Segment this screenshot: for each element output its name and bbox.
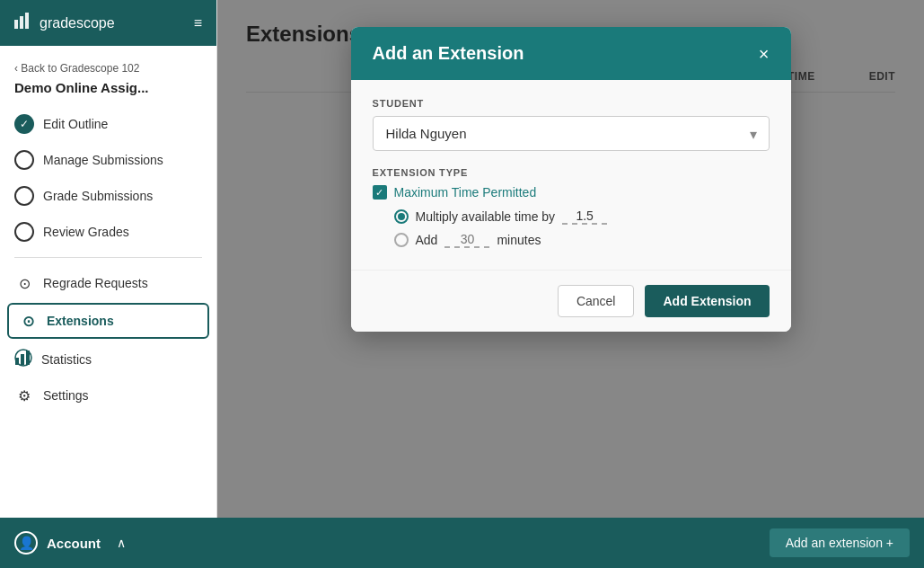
bar-chart-icon <box>14 349 32 369</box>
student-select[interactable]: Hilda Nguyen <box>373 116 770 151</box>
logo-text: gradescope <box>40 15 115 31</box>
circle-icon <box>14 186 34 206</box>
circle-icon <box>14 150 34 170</box>
app-container: gradescope ≡ Back to Gradescope 102 Demo… <box>0 0 924 568</box>
student-select-wrapper: Hilda Nguyen <box>373 116 770 151</box>
sub-options: Multiply available time by Add minutes <box>394 209 770 248</box>
sidebar-item-label: Edit Outline <box>43 117 108 131</box>
svg-rect-0 <box>14 20 18 29</box>
svg-rect-4 <box>21 354 24 365</box>
sidebar-item-label: Grade Submissions <box>43 189 153 203</box>
student-label: STUDENT <box>373 98 770 109</box>
multiply-radio[interactable] <box>394 209 409 224</box>
add-minutes-input[interactable] <box>444 232 489 248</box>
sidebar-item-extensions[interactable]: ⊙ Extensions <box>7 303 209 339</box>
extension-type-section: EXTENSION TYPE Maximum Time Permitted <box>373 167 770 248</box>
sidebar-item-regrade-requests[interactable]: ⊙ Regrade Requests <box>0 265 216 301</box>
sidebar-item-label: Settings <box>43 388 89 403</box>
modal-title: Add an Extension <box>373 43 524 64</box>
svg-rect-2 <box>25 13 29 29</box>
gear-icon: ⊙ <box>14 273 34 293</box>
main-content: Extensions EXTENSION TOTAL TIME EDIT The… <box>217 0 924 518</box>
sidebar-divider <box>14 257 202 258</box>
circle-icon <box>14 222 34 242</box>
chevron-up-icon: ∧ <box>117 536 126 550</box>
sidebar-item-edit-outline[interactable]: Edit Outline <box>0 106 216 142</box>
sidebar-item-settings[interactable]: ⚙ Settings <box>0 377 216 413</box>
modal-body: STUDENT Hilda Nguyen EXTENSION TYPE <box>351 80 791 270</box>
add-label-prefix: Add <box>416 233 438 247</box>
sidebar: gradescope ≡ Back to Gradescope 102 Demo… <box>0 0 217 518</box>
sidebar-item-review-grades[interactable]: Review Grades <box>0 214 216 250</box>
sidebar-item-label: Manage Submissions <box>43 153 163 167</box>
settings-gear-icon: ⚙ <box>14 386 34 405</box>
bar-chart-icon <box>14 13 32 33</box>
add-extension-modal: Add an Extension × STUDENT Hilda Nguyen … <box>351 27 791 332</box>
radio-row-multiply: Multiply available time by <box>394 209 770 225</box>
sidebar-item-label: Statistics <box>41 352 92 367</box>
add-extension-confirm-button[interactable]: Add Extension <box>645 285 769 317</box>
checkbox-label-max-time: Maximum Time Permitted <box>394 185 537 200</box>
extension-type-label: EXTENSION TYPE <box>373 167 770 178</box>
modal-footer: Cancel Add Extension <box>351 270 791 332</box>
multiply-input[interactable] <box>562 209 607 225</box>
sidebar-nav: Back to Gradescope 102 Demo Online Assig… <box>0 46 216 518</box>
sidebar-item-grade-submissions[interactable]: Grade Submissions <box>0 178 216 214</box>
main-layout: gradescope ≡ Back to Gradescope 102 Demo… <box>0 0 924 518</box>
radio-row-add-minutes: Add minutes <box>394 232 770 248</box>
extension-type-options: Maximum Time Permitted Multiply availabl… <box>373 185 770 248</box>
add-minutes-radio[interactable] <box>394 233 409 247</box>
menu-icon[interactable]: ≡ <box>194 15 202 31</box>
account-icon: 👤 <box>14 531 38 555</box>
sidebar-item-manage-submissions[interactable]: Manage Submissions <box>0 142 216 178</box>
cancel-button[interactable]: Cancel <box>558 285 635 317</box>
check-circle-icon <box>14 114 34 134</box>
assignment-title: Demo Online Assig... <box>0 76 216 106</box>
sidebar-header: gradescope ≡ <box>0 0 216 46</box>
sidebar-item-statistics[interactable]: Statistics <box>0 341 216 377</box>
add-label-suffix: minutes <box>497 233 541 247</box>
sidebar-item-label: Regrade Requests <box>43 276 148 290</box>
account-section: 👤 Account ∧ <box>14 531 126 555</box>
back-link[interactable]: Back to Gradescope 102 <box>0 57 216 76</box>
checkbox-row-max-time: Maximum Time Permitted <box>373 185 770 200</box>
account-label: Account <box>47 536 101 551</box>
modal-header: Add an Extension × <box>351 27 791 80</box>
gear2-icon: ⊙ <box>18 311 38 331</box>
add-extension-bottom-button[interactable]: Add an extension + <box>770 528 910 557</box>
max-time-checkbox[interactable] <box>373 185 387 200</box>
multiply-label: Multiply available time by <box>416 209 556 224</box>
bottom-bar: 👤 Account ∧ Add an extension + <box>0 518 924 568</box>
sidebar-item-label: Extensions <box>47 314 114 328</box>
sidebar-item-label: Review Grades <box>43 225 129 239</box>
svg-rect-1 <box>20 16 23 29</box>
modal-close-button[interactable]: × <box>759 45 770 63</box>
modal-overlay: Add an Extension × STUDENT Hilda Nguyen … <box>217 0 924 518</box>
